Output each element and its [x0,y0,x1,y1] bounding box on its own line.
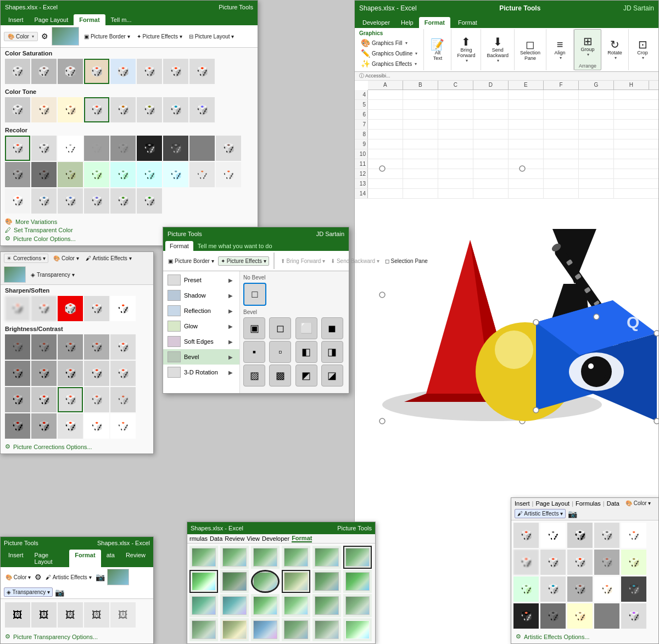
saturation-thumb-6[interactable]: 🎲 [137,59,162,84]
bevel-menu-item[interactable]: Bevel ▶ [163,349,239,365]
bc-thumb-16[interactable]: 🎲 [5,413,30,439]
insert-thumb-7[interactable] [189,570,218,593]
insert-thumb-3[interactable] [251,546,280,569]
trans-thumb-1[interactable]: 🖼 [5,602,30,628]
sharpen-thumb-1[interactable]: 🎲 [5,296,30,321]
insert-tab-format[interactable]: Format [292,535,312,542]
graphics-outline-btn[interactable]: ✏️ Graphics Outline ▾ [359,48,419,58]
recolor-thumb-21[interactable]: 🎲 [58,188,83,214]
tab-tell-me[interactable]: Tell m... [105,14,137,25]
art-thumb-19[interactable]: 🎲 [594,603,619,629]
crop-btn[interactable]: ⊡ Crop ▾ [633,38,652,61]
picture-layout-btn[interactable]: ⊟ Picture Layout ▾ [187,33,236,40]
trans-color-btn[interactable]: 🎨 Color ▾ [4,574,32,581]
saturation-thumb-3[interactable]: 🎲 [58,59,83,84]
group-btn[interactable]: ⊞ Group ▾ [578,35,597,58]
insert-tab-review[interactable]: Review [225,535,244,542]
trans-thumb-4[interactable]: 🖼 [84,602,109,628]
recolor-thumb-20[interactable]: 🎲 [31,188,57,214]
bc-thumb-13[interactable]: 🎲 [58,387,83,412]
bc-thumb-1[interactable]: 🎲 [5,334,30,360]
insert-thumb-9[interactable] [251,570,280,593]
bc-thumb-2[interactable]: 🎲 [31,334,57,360]
bevel-item-3[interactable]: ⬜ [295,317,317,339]
tone-thumb-1[interactable]: 🎲 [5,97,30,122]
corrections-transparency-btn[interactable]: ◈ Transparency ▾ [29,271,76,278]
trans-tab-data[interactable]: ata [101,550,120,567]
bevel-item-5[interactable]: ▪ [243,341,265,363]
trans-thumb-3[interactable]: 🖼 [58,602,83,628]
bevel-item-8[interactable]: ◨ [321,341,343,363]
art-thumb-2[interactable]: 🎲 [540,523,566,548]
saturation-thumb-1[interactable]: 🎲 [5,59,30,84]
sharpen-thumb-3[interactable]: 🎲 [58,296,83,321]
picture-border-btn[interactable]: ▣ Picture Border ▾ [82,33,132,40]
art-effects-btn[interactable]: 🖌 Artistic Effects ▾ [515,509,566,518]
trans-transparency-btn[interactable]: ◈ Transparency ▾ [4,587,53,597]
recolor-thumb-6[interactable]: 🎲 [137,136,162,161]
tab-insert[interactable]: Insert [3,14,29,25]
art-thumb-9[interactable]: 🎲 [594,550,619,575]
selection-pane-btn[interactable]: ◻ SelectionPane [518,38,543,62]
bc-thumb-7[interactable]: 🎲 [31,361,57,386]
corrections-options-link[interactable]: ⚙ Picture Corrections Options... [5,443,149,450]
bevel-item-12[interactable]: ◪ [321,365,343,387]
transparency-options-link[interactable]: ⚙ Picture Transparency Options... [5,633,149,640]
effects-bring-forward-btn[interactable]: ⬆ Bring Forward ▾ [279,257,327,265]
artistic-options-link[interactable]: ⚙ Artistic Effects Options... [516,633,654,640]
art-tab-data[interactable]: Data [607,500,619,507]
art-color-btn[interactable]: 🎨 Color ▾ [624,500,652,507]
effects-tab-tell-me[interactable]: Tell me what you want to do [193,241,277,251]
recolor-thumb-19[interactable]: 🎲 [5,188,30,214]
recolor-thumb-14[interactable]: 🎲 [110,162,136,187]
tab-help[interactable]: Help [395,17,419,28]
send-backward-btn[interactable]: ⬇ SendBackward ▾ [484,35,511,64]
recolor-thumb-24[interactable]: 🎲 [137,188,162,214]
recolor-thumb-16[interactable]: 🎲 [163,162,188,187]
insert-thumb-20[interactable] [220,618,249,641]
art-thumb-5[interactable]: 🎲 [621,523,646,548]
bevel-item-4[interactable]: ◼ [321,317,343,339]
tone-thumb-5[interactable]: 🎲 [110,97,136,122]
no-bevel-item[interactable]: □ [243,283,266,306]
art-thumb-1[interactable]: 🎲 [513,523,539,548]
insert-thumb-23[interactable] [312,618,341,641]
recolor-thumb-15[interactable]: 🎲 [137,162,162,187]
saturation-thumb-8[interactable]: 🎲 [189,59,215,84]
insert-thumb-17[interactable] [312,594,341,617]
tab-format-color[interactable]: Format [74,14,105,25]
insert-thumb-2[interactable] [220,546,249,569]
tab-developer[interactable]: Developer [357,17,395,28]
alt-text-btn[interactable]: 📝 AltText [428,38,448,62]
more-variations-link[interactable]: 🎨 More Variations [5,218,253,225]
insert-thumb-4[interactable] [282,546,310,569]
recolor-thumb-17[interactable]: 🎲 [189,162,215,187]
recolor-thumb-18[interactable]: 🎲 [216,162,241,187]
recolor-thumb-23[interactable]: 🎲 [110,188,136,214]
saturation-thumb-4[interactable]: 🎲 [84,59,109,84]
art-thumb-16[interactable]: 🎲 [513,603,539,629]
bevel-item-2[interactable]: ◻ [269,317,291,339]
art-thumb-7[interactable]: 🎲 [540,550,566,575]
recolor-thumb-4[interactable]: 🎲 [84,136,109,161]
corrections-artistic-btn[interactable]: 🖌 Artistic Effects ▾ [84,255,133,262]
bevel-item-10[interactable]: ▩ [269,365,291,387]
bc-thumb-5[interactable]: 🎲 [110,334,136,360]
insert-thumb-10[interactable] [282,570,310,593]
tab-page-layout[interactable]: Page Layout [29,14,74,25]
recolor-thumb-13[interactable]: 🎲 [84,162,109,187]
effects-picture-border-btn[interactable]: ▣ Picture Border ▾ [166,257,216,265]
effects-picture-effects-btn[interactable]: ✦ Picture Effects ▾ [218,256,269,266]
art-thumb-6[interactable]: 🎲 [513,550,539,575]
effects-tab-format[interactable]: Format [165,241,193,251]
sharpen-thumb-2[interactable]: 🎲 [31,296,57,321]
bc-thumb-14[interactable]: 🎲 [84,387,109,412]
effects-selection-pane-btn[interactable]: ◻ Selection Pane [383,257,429,265]
picture-effects-btn[interactable]: ✦ Picture Effects ▾ [135,33,184,40]
insert-tab-formulas[interactable]: rmulas [189,535,208,542]
trans-artistic-btn[interactable]: 🖌 Artistic Effects ▾ [44,574,93,581]
recolor-thumb-8[interactable]: 🎲 [189,136,215,161]
corrections-color-btn[interactable]: 🎨 Color ▾ [52,255,81,262]
tone-thumb-2[interactable]: 🎲 [31,97,57,122]
soft-edges-menu-item[interactable]: Soft Edges ▶ [163,334,239,349]
